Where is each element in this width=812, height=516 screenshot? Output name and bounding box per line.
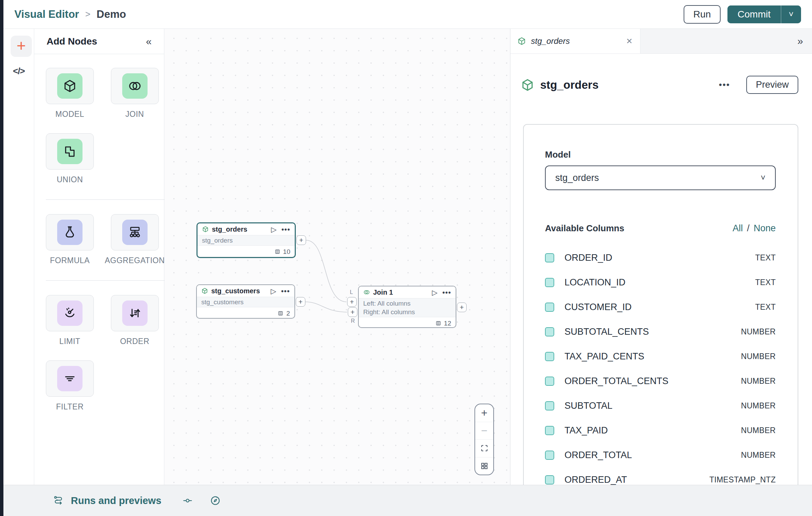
compass-icon[interactable] [210, 495, 221, 506]
zoom-out-button[interactable]: − [475, 422, 493, 440]
runs-and-previews-label: Runs and previews [71, 495, 161, 506]
palette-item-label: UNION [57, 175, 83, 184]
column-name: ORDER_TOTAL_CENTS [564, 376, 669, 386]
palette-item-label: FILTER [56, 402, 84, 411]
palette-item-order[interactable]: ORDER [105, 295, 165, 346]
run-node-icon[interactable]: ▷ [271, 287, 276, 295]
cube-icon [517, 37, 526, 46]
column-row: ORDER_ID TEXT [545, 245, 776, 270]
link-separator: / [743, 223, 754, 234]
available-columns-label: Available Columns [545, 223, 624, 234]
palette-item-filter[interactable]: FILTER [46, 360, 94, 411]
node-menu-icon[interactable]: ••• [281, 289, 290, 293]
select-all-link[interactable]: All [733, 223, 743, 234]
zoom-in-button[interactable]: + [475, 404, 493, 422]
code-view-button[interactable]: </> [3, 66, 34, 76]
join-left-config: Left: All columns [363, 299, 451, 308]
column-name: TAX_PAID [564, 425, 608, 436]
node-stg-customers[interactable]: stg_customers ▷ ••• stg_customers 2 [196, 284, 295, 319]
collapse-inspector-icon[interactable]: » [797, 29, 812, 53]
column-checkbox[interactable] [545, 377, 554, 386]
canvas-zoom-controls: + − [474, 404, 494, 475]
column-checkbox[interactable] [545, 352, 554, 361]
join-left-handle-label: L [350, 289, 353, 295]
node-output-handle[interactable]: + [296, 235, 306, 245]
palette-item-limit[interactable]: LIMIT [46, 295, 94, 346]
add-node-rail-button[interactable]: + [11, 36, 32, 57]
palette-item-join[interactable]: JOIN [105, 68, 165, 119]
commit-node-icon[interactable] [182, 495, 193, 506]
node-subtitle: stg_orders [202, 236, 290, 245]
run-node-icon[interactable]: ▷ [432, 289, 437, 296]
cube-icon [521, 78, 534, 92]
column-checkbox[interactable] [545, 253, 554, 262]
node-menu-icon[interactable]: ••• [442, 291, 451, 294]
app-edge-strip [0, 0, 3, 516]
inspector-menu-icon[interactable]: ••• [719, 79, 730, 90]
node-menu-icon[interactable]: ••• [281, 228, 290, 231]
palette-item-formula[interactable]: FORMULA [46, 214, 94, 265]
column-type: TEXT [755, 303, 776, 312]
column-type: NUMBER [741, 327, 776, 336]
node-stg-orders[interactable]: stg_orders ▷ ••• stg_orders 10 [196, 222, 296, 258]
breadcrumb-separator: > [85, 9, 90, 20]
select-none-link[interactable]: None [753, 223, 776, 234]
model-select-value: stg_orders [555, 173, 599, 183]
commit-button[interactable]: Commit [727, 5, 781, 23]
column-checkbox[interactable] [545, 426, 554, 435]
column-checkbox[interactable] [545, 327, 554, 336]
column-row: CUSTOMER_ID TEXT [545, 295, 776, 319]
column-checkbox[interactable] [545, 451, 554, 460]
join-right-input-handle[interactable]: + [348, 307, 357, 317]
inspector-body: stg_orders ••• Preview Model stg_orders … [510, 54, 812, 485]
run-button[interactable]: Run [684, 5, 720, 24]
column-name: LOCATION_ID [564, 277, 625, 288]
palette-item-label: MODEL [55, 110, 84, 119]
overview-button[interactable] [475, 457, 493, 475]
fit-view-icon [480, 444, 489, 452]
join-output-handle[interactable]: + [457, 303, 467, 312]
columns-list: ORDER_ID TEXT LOCATION_ID TEXT CUSTOMER_… [545, 245, 776, 485]
fit-view-button[interactable] [475, 440, 493, 457]
available-columns-header: Available Columns All / None [545, 223, 776, 234]
join-circles-icon [128, 79, 142, 93]
model-select[interactable]: stg_orders ˅ [545, 165, 776, 190]
palette-item-model[interactable]: MODEL [46, 68, 94, 119]
column-checkbox[interactable] [545, 475, 554, 484]
runs-and-previews-button[interactable]: Runs and previews [53, 495, 161, 506]
palette-item-aggregation[interactable]: AGGREGATION [105, 214, 165, 265]
tab-stg-orders[interactable]: stg_orders ✕ [510, 29, 640, 53]
node-title: stg_customers [211, 287, 260, 295]
column-checkbox[interactable] [545, 278, 554, 287]
column-type: TEXT [755, 253, 776, 262]
column-type: NUMBER [741, 352, 776, 361]
column-name: CUSTOMER_ID [564, 302, 632, 312]
filter-lines-icon [63, 371, 77, 386]
node-join-1[interactable]: Join 1 ▷ ••• Left: All columns Right: Al… [358, 286, 456, 328]
add-nodes-panel: Add Nodes « MODEL JOIN UNION [34, 29, 164, 485]
join-left-input-handle[interactable]: + [347, 297, 357, 307]
column-type: NUMBER [741, 377, 776, 386]
chevron-down-icon: ˅ [761, 173, 765, 183]
inspector-title-row: stg_orders ••• Preview [521, 76, 798, 94]
inspector-panel: stg_orders ✕ » stg_orders ••• Preview Mo… [510, 29, 812, 485]
minus-icon: − [481, 425, 487, 436]
commit-split-button: Commit ˅ [727, 5, 801, 23]
status-bar: Runs and previews [3, 485, 812, 516]
collapse-panel-icon[interactable]: « [146, 36, 152, 47]
palette-divider [46, 280, 165, 281]
palette-item-union[interactable]: UNION [46, 133, 94, 184]
preview-button[interactable]: Preview [746, 76, 798, 94]
column-name: TAX_PAID_CENTS [564, 351, 644, 362]
breadcrumb-app-link[interactable]: Visual Editor [14, 8, 79, 21]
node-output-handle[interactable]: + [296, 297, 305, 307]
run-node-icon[interactable]: ▷ [271, 226, 277, 233]
column-checkbox[interactable] [545, 303, 554, 312]
flow-canvas[interactable]: stg_orders ▷ ••• stg_orders 10 + stg_cus… [164, 29, 510, 485]
close-tab-icon[interactable]: ✕ [626, 37, 633, 46]
add-nodes-header: Add Nodes « [34, 29, 164, 54]
commit-menu-button[interactable]: ˅ [781, 5, 801, 23]
plus-icon: + [299, 236, 303, 244]
column-checkbox[interactable] [545, 401, 554, 410]
join-circles-icon [363, 289, 370, 296]
